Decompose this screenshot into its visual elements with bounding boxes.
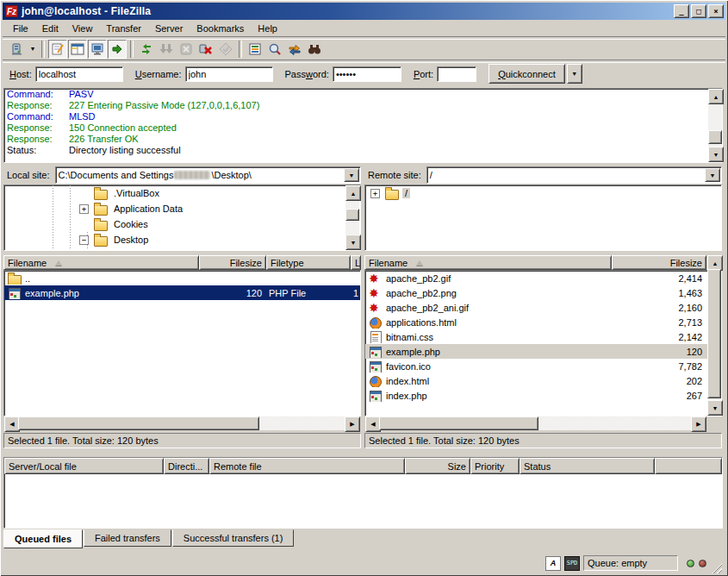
tree-item-desktop[interactable]: − Desktop <box>4 232 360 247</box>
column-header-filesize[interactable]: Filesize <box>612 255 706 270</box>
scroll-right-icon[interactable]: ▶ <box>691 416 706 432</box>
menu-help[interactable]: Help <box>251 22 284 35</box>
toggle-transfer-queue-button[interactable] <box>108 40 127 59</box>
menu-transfer[interactable]: Transfer <box>99 22 148 35</box>
scroll-up-icon[interactable]: ▲ <box>345 185 361 201</box>
column-header-status[interactable]: Status <box>520 458 655 474</box>
find-files-button[interactable] <box>305 40 324 59</box>
tree-item-application-data[interactable]: + Application Data <box>4 201 360 216</box>
remote-list-scrollbar[interactable]: ▲ ▼ <box>707 255 721 416</box>
refresh-button[interactable] <box>137 40 156 59</box>
remote-site-combobox[interactable]: / ▼ <box>426 166 722 184</box>
remote-hscroll-thumb[interactable] <box>379 416 538 430</box>
scroll-down-icon[interactable]: ▼ <box>708 147 724 162</box>
queue-tabs: Queued files Failed transfers Successful… <box>3 529 295 548</box>
collapse-icon[interactable]: − <box>79 235 89 245</box>
site-manager-icon <box>10 42 24 56</box>
file-row-selected[interactable]: example.php120 <box>365 344 721 359</box>
minimize-button[interactable]: _ <box>674 4 689 18</box>
file-row[interactable]: bitnami.css2,142 <box>365 329 721 344</box>
ico-file-icon <box>370 361 382 373</box>
column-header-remote-file[interactable]: Remote file <box>209 458 405 474</box>
column-header-server-local-file[interactable]: Server/Local file <box>4 458 164 474</box>
reconnect-button[interactable] <box>216 40 235 59</box>
menu-edit[interactable]: Edit <box>35 22 65 35</box>
local-hscroll-thumb[interactable] <box>18 416 259 430</box>
column-header-priority[interactable]: Priority <box>470 458 520 474</box>
scroll-right-icon[interactable]: ▶ <box>345 416 360 432</box>
toggle-local-tree-button[interactable] <box>68 40 87 59</box>
file-row-example-php[interactable]: example.php 120 PHP File 1 <box>4 285 360 300</box>
site-manager-dropdown[interactable]: ▼ <box>28 40 38 59</box>
firefox-html-icon <box>370 376 382 387</box>
synchronized-browsing-button[interactable] <box>285 40 304 59</box>
column-header-filesize[interactable]: Filesize <box>199 255 266 270</box>
file-row-parent-dir[interactable]: .. <box>4 271 360 285</box>
quickconnect-button[interactable]: Quickconnect <box>488 64 565 84</box>
maximize-button[interactable]: □ <box>691 4 706 18</box>
local-tree-scrollbar-thumb[interactable] <box>345 209 359 221</box>
local-site-combobox[interactable]: C:\Documents and Settings\Desktop\ ▼ <box>55 166 361 184</box>
column-header-size[interactable]: Size <box>405 458 470 474</box>
file-row[interactable]: ✸apache_pb2.gif2,414 <box>365 271 721 285</box>
redacted-username <box>174 171 210 179</box>
process-queue-button[interactable] <box>157 40 176 59</box>
file-row[interactable]: favicon.ico7,782 <box>365 359 721 373</box>
quickconnect-dropdown[interactable]: ▼ <box>567 64 582 84</box>
log-scrollbar[interactable]: ▲ ▼ <box>708 89 722 162</box>
cancel-operation-button[interactable] <box>177 40 196 59</box>
menubar: File Edit View Transfer Server Bookmarks… <box>3 21 725 36</box>
chevron-down-icon[interactable]: ▼ <box>705 168 720 182</box>
directory-filter-button[interactable] <box>246 40 264 59</box>
remote-scrollbar-thumb[interactable] <box>707 269 721 398</box>
local-tree-scrollbar[interactable]: ▲ ▼ <box>345 185 359 250</box>
remote-list-hscrollbar[interactable]: ◀ ▶ <box>365 416 706 430</box>
php-file-icon <box>370 347 382 358</box>
column-header-filename[interactable]: Filename <box>364 255 612 270</box>
local-list-hscrollbar[interactable]: ◀ ▶ <box>4 416 360 430</box>
scroll-down-icon[interactable]: ▼ <box>345 235 361 250</box>
column-header-direction[interactable]: Directi... <box>164 458 209 474</box>
column-header-modified[interactable]: L <box>351 255 361 270</box>
scroll-up-icon[interactable]: ▲ <box>708 89 724 104</box>
column-header-filename[interactable]: Filename <box>3 255 199 270</box>
expand-icon[interactable]: + <box>79 204 89 214</box>
local-status-text: Selected 1 file. Total size: 120 bytes <box>3 433 361 448</box>
scroll-down-icon[interactable]: ▼ <box>707 400 723 416</box>
toggle-remote-tree-button[interactable] <box>88 40 107 59</box>
sort-ascending-icon <box>416 260 423 266</box>
file-row[interactable]: ✸apache_pb2.png1,463 <box>365 285 721 300</box>
host-input[interactable] <box>35 66 123 82</box>
tree-item-root[interactable]: + / <box>365 185 721 201</box>
username-input[interactable] <box>185 66 273 82</box>
host-label: Host: <box>9 69 32 79</box>
tree-item-cookies[interactable]: Cookies <box>4 216 360 232</box>
resize-grip[interactable] <box>711 562 722 573</box>
password-input[interactable] <box>333 66 401 82</box>
toggle-message-log-button[interactable] <box>48 40 67 59</box>
menu-view[interactable]: View <box>65 22 100 35</box>
tab-successful-transfers[interactable]: Successful transfers (1) <box>172 529 295 547</box>
file-row[interactable]: ✸apache_pb2_ani.gif2,160 <box>365 300 721 315</box>
column-header-filetype[interactable]: Filetype <box>266 255 351 270</box>
tree-item-virtualbox[interactable]: .VirtualBox <box>4 185 360 201</box>
disconnect-button[interactable] <box>196 40 215 59</box>
toolbar-separator <box>239 41 242 58</box>
file-row[interactable]: applications.html2,713 <box>365 315 721 329</box>
message-log: Command:PASV Response:227 Entering Passi… <box>3 88 723 163</box>
chevron-down-icon[interactable]: ▼ <box>344 168 359 182</box>
tab-queued-files[interactable]: Queued files <box>3 529 83 548</box>
file-row[interactable]: index.php267 <box>365 388 721 403</box>
local-directory-tree: .VirtualBox + Application Data Cookies −… <box>3 185 361 251</box>
compare-directories-button[interactable] <box>265 40 284 59</box>
close-button[interactable]: × <box>708 4 724 18</box>
site-manager-button[interactable] <box>8 40 27 59</box>
menu-bookmarks[interactable]: Bookmarks <box>190 22 251 35</box>
expand-icon[interactable]: + <box>370 189 380 198</box>
file-row[interactable]: index.html202 <box>365 373 721 388</box>
menu-server[interactable]: Server <box>148 22 190 35</box>
log-scrollbar-thumb[interactable] <box>708 130 722 144</box>
menu-file[interactable]: File <box>6 22 35 35</box>
tab-failed-transfers[interactable]: Failed transfers <box>84 529 171 547</box>
port-input[interactable] <box>437 66 476 82</box>
